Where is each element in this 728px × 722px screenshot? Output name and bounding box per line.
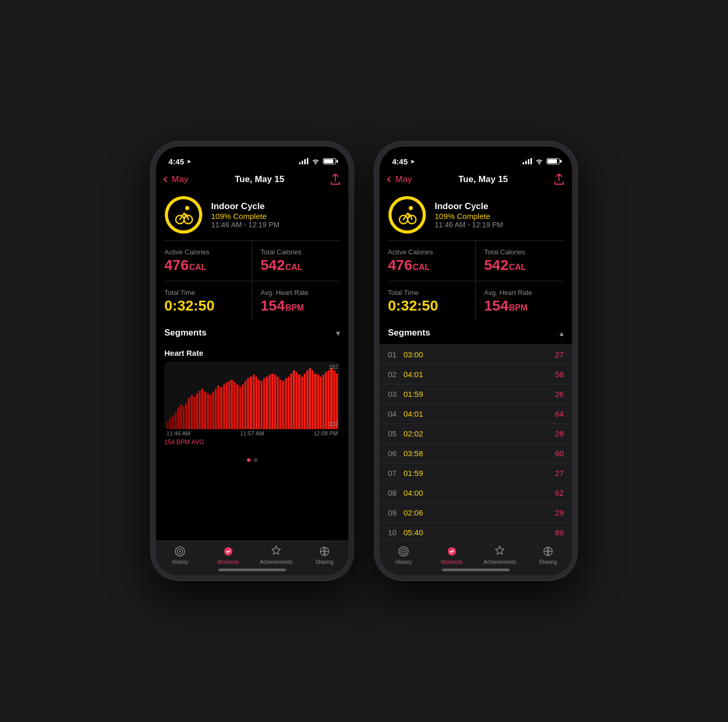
tab-workouts-label-left: Workouts	[217, 559, 239, 565]
svg-point-7	[179, 551, 181, 552]
chart-bar-6	[183, 406, 185, 429]
segments-title-right: Segments	[388, 328, 430, 338]
chart-bar-62	[333, 370, 335, 429]
chart-bar-37	[266, 377, 268, 429]
segments-title-left: Segments	[164, 328, 206, 338]
stat-time-left: Total Time 0:32:50	[164, 281, 252, 321]
screen-left: 4:45 ➤	[156, 147, 348, 575]
chart-bar-22	[226, 382, 228, 429]
stat-hr-right: Avg. Heart Rate 154BPM	[476, 281, 564, 321]
chart-bar-17	[212, 392, 214, 429]
tab-history-right[interactable]: History	[380, 545, 428, 565]
scroll-area-left[interactable]: Heart Rate 182 102 11:46 AM 11:57 AM 12:…	[156, 344, 348, 540]
workout-name-left: Indoor Cycle	[211, 201, 340, 212]
stat-total-cal-left: Total Calories 542CAL	[252, 241, 340, 281]
chart-bar-49	[298, 375, 300, 429]
cycle-icon-right	[388, 196, 426, 234]
tab-sharing-right[interactable]: Sharing	[524, 545, 573, 565]
chart-bar-31	[250, 377, 252, 429]
workout-header-left: Indoor Cycle 109% Complete 11:46 AM - 12…	[156, 189, 348, 240]
segment-row-7: 07 01:59 27	[380, 463, 572, 483]
workout-info-right: Indoor Cycle 109% Complete 11:46 AM - 12…	[435, 201, 564, 229]
workout-time-right: 11:46 AM - 12:19 PM	[435, 221, 564, 229]
segment-row-8: 08 04:00 62	[380, 483, 572, 503]
sharing-icon-left	[318, 545, 331, 558]
tab-workouts-left[interactable]: Workouts	[204, 545, 253, 565]
chart-y-min-left: 102	[329, 421, 338, 427]
chart-bar-32	[253, 375, 255, 429]
screen-right: 4:45 ➤	[380, 147, 572, 575]
tab-workouts-right[interactable]: Workouts	[428, 545, 476, 565]
chart-bar-46	[290, 373, 292, 429]
chart-bar-4	[177, 407, 179, 429]
tab-achievements-left[interactable]: Achievements	[252, 545, 301, 565]
battery-icon-right	[547, 158, 560, 164]
back-button-right[interactable]: May	[388, 174, 412, 185]
chart-bar-44	[285, 378, 287, 429]
tab-achievements-right[interactable]: Achievements	[476, 545, 524, 565]
share-button-left[interactable]	[331, 174, 340, 185]
chart-bar-12	[199, 391, 201, 429]
chart-bar-13	[201, 389, 203, 429]
nav-title-left: Tue, May 15	[235, 174, 284, 185]
sharing-icon-right	[542, 545, 554, 558]
scroll-area-right[interactable]: 01 03:00 27 02 04:01 58 03 01:59 26	[380, 344, 572, 540]
segments-chevron-left: ▾	[336, 328, 340, 338]
cycle-icon-left	[164, 196, 203, 234]
segments-chevron-right: ▴	[560, 328, 564, 338]
segments-header-right[interactable]: Segments ▴	[380, 321, 572, 344]
chart-avg-left: 154 BPM AVG	[164, 439, 340, 446]
chart-bar-34	[258, 380, 260, 430]
chart-bars-left	[164, 362, 340, 429]
chart-x-labels-left: 11:46 AM 11:57 AM 12:08 PM	[164, 429, 340, 437]
chart-bar-19	[217, 385, 219, 429]
chart-bar-27	[239, 387, 241, 429]
stats-grid-left: Active Calories 476CAL Total Calories 54…	[156, 241, 348, 321]
chart-bar-40	[274, 375, 276, 429]
chart-bar-10	[193, 397, 196, 429]
stat-active-cal-right: Active Calories 476CAL	[388, 241, 476, 281]
workout-complete-left: 109% Complete	[211, 212, 340, 221]
chart-bar-41	[277, 377, 279, 429]
segment-list-right: 01 03:00 27 02 04:01 58 03 01:59 26	[380, 344, 572, 540]
chart-bar-5	[180, 404, 182, 429]
share-button-right[interactable]	[554, 174, 564, 185]
chart-container-left: 182 102	[164, 362, 340, 429]
chart-bar-48	[295, 372, 297, 429]
tab-history-label-right: History	[396, 559, 412, 565]
chart-bar-45	[288, 377, 290, 429]
tab-history-left[interactable]: History	[156, 545, 204, 565]
tab-sharing-label-right: Sharing	[539, 559, 557, 565]
chart-bar-56	[317, 375, 319, 429]
svg-point-12	[409, 206, 413, 210]
status-icons-right	[523, 158, 560, 164]
history-icon-right	[397, 545, 410, 558]
chart-bar-59	[325, 372, 327, 429]
notch-left	[213, 147, 291, 162]
stat-active-cal-left: Active Calories 476CAL	[164, 241, 252, 281]
cyclist-icon-left	[173, 204, 194, 226]
nav-title-right: Tue, May 15	[459, 174, 508, 185]
chart-bar-2	[172, 416, 174, 429]
time-left: 4:45 ➤	[168, 157, 191, 166]
home-indicator-left	[218, 569, 286, 571]
chart-bar-11	[196, 393, 198, 429]
back-button-left[interactable]: May	[164, 174, 188, 185]
chart-bar-29	[244, 381, 246, 429]
chart-bar-3	[175, 412, 177, 429]
stat-time-right: Total Time 0:32:50	[388, 281, 476, 321]
location-arrow-left: ➤	[187, 159, 191, 164]
svg-point-2	[185, 206, 189, 210]
chart-bar-21	[223, 384, 225, 429]
tab-sharing-left[interactable]: Sharing	[301, 545, 349, 565]
workout-time-left: 11:46 AM - 12:19 PM	[211, 221, 340, 229]
segment-row-6: 06 03:58 60	[380, 444, 572, 463]
segments-header-left[interactable]: Segments ▾	[156, 321, 348, 344]
segment-row-5: 05 02:02 28	[380, 424, 572, 444]
chart-bar-23	[228, 381, 230, 429]
chart-bar-35	[261, 381, 263, 429]
stats-grid-right: Active Calories 476CAL Total Calories 54…	[380, 241, 572, 321]
stat-hr-left: Avg. Heart Rate 154BPM	[252, 281, 340, 321]
chart-bar-55	[314, 373, 316, 429]
workouts-icon-right	[446, 545, 458, 558]
